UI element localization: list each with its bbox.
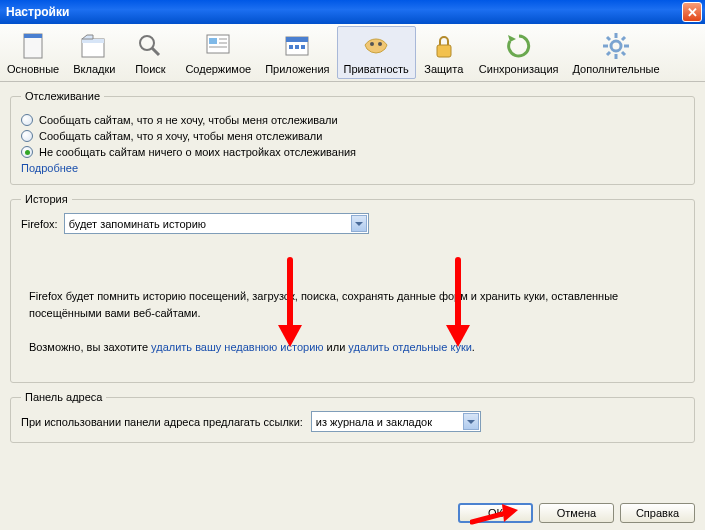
history-links-line: Возможно, вы захотите удалить вашу недав… <box>29 339 676 356</box>
ok-button[interactable]: ОК <box>458 503 533 523</box>
history-group: История Firefox: будет запоминать истори… <box>10 193 695 383</box>
clear-recent-history-link[interactable]: удалить вашу недавнюю историю <box>151 341 323 353</box>
settings-toolbar: Основные Вкладки Поиск Содержимое Прилож… <box>0 24 705 82</box>
chevron-down-icon <box>351 215 367 232</box>
svg-rect-12 <box>286 37 308 42</box>
tracking-opt-allow-track[interactable]: Сообщать сайтам, что я хочу, чтобы меня … <box>21 130 684 142</box>
tab-privacy[interactable]: Приватность <box>337 26 416 79</box>
privacy-icon <box>360 30 392 61</box>
tab-sync[interactable]: Синхронизация <box>472 26 566 79</box>
tab-search[interactable]: Поиск <box>122 26 178 79</box>
addressbar-suggest-select[interactable]: из журнала и закладок <box>311 411 481 432</box>
content-icon <box>202 30 234 61</box>
svg-line-26 <box>607 52 610 55</box>
help-button[interactable]: Справка <box>620 503 695 523</box>
svg-rect-1 <box>24 34 42 38</box>
history-mode-select[interactable]: будет запоминать историю <box>64 213 369 234</box>
history-description: Firefox будет помнить историю посещений,… <box>29 288 676 321</box>
tracking-opt-no-pref[interactable]: Не сообщать сайтам ничего о моих настрой… <box>21 146 684 158</box>
svg-point-19 <box>611 41 621 51</box>
tracking-more-link[interactable]: Подробнее <box>21 162 78 174</box>
gear-icon <box>600 30 632 61</box>
content-area: Отслеживание Сообщать сайтам, что я не х… <box>0 82 705 494</box>
svg-rect-15 <box>301 45 305 49</box>
addressbar-legend: Панель адреса <box>21 391 106 403</box>
search-icon <box>134 30 166 61</box>
addressbar-group: Панель адреса При использовании панели а… <box>10 391 695 443</box>
svg-rect-18 <box>437 45 451 57</box>
svg-rect-7 <box>209 38 217 44</box>
cancel-button[interactable]: Отмена <box>539 503 614 523</box>
svg-rect-14 <box>295 45 299 49</box>
svg-line-24 <box>607 37 610 40</box>
addressbar-label: При использовании панели адреса предлага… <box>21 416 303 428</box>
radio-icon <box>21 146 33 158</box>
clear-cookies-link[interactable]: удалить отдельные куки <box>348 341 471 353</box>
tracking-opt-do-not-track[interactable]: Сообщать сайтам, что я не хочу, чтобы ме… <box>21 114 684 126</box>
general-icon <box>17 30 49 61</box>
tab-tabs[interactable]: Вкладки <box>66 26 122 79</box>
tab-advanced[interactable]: Дополнительные <box>565 26 666 79</box>
history-mode-label: Firefox: <box>21 218 58 230</box>
radio-icon <box>21 114 33 126</box>
security-icon <box>428 30 460 61</box>
svg-line-25 <box>622 52 625 55</box>
tab-content[interactable]: Содержимое <box>178 26 258 79</box>
svg-rect-8 <box>219 38 227 40</box>
applications-icon <box>281 30 313 61</box>
window-title: Настройки <box>6 5 682 19</box>
tabs-icon <box>78 30 110 61</box>
svg-rect-10 <box>209 46 227 48</box>
tab-general[interactable]: Основные <box>0 26 66 79</box>
svg-line-5 <box>152 48 159 55</box>
tracking-legend: Отслеживание <box>21 90 104 102</box>
svg-line-27 <box>622 37 625 40</box>
svg-point-16 <box>370 42 374 46</box>
chevron-down-icon <box>463 413 479 430</box>
titlebar: Настройки ✕ <box>0 0 705 24</box>
history-legend: История <box>21 193 72 205</box>
close-button[interactable]: ✕ <box>682 2 702 22</box>
radio-icon <box>21 130 33 142</box>
svg-rect-3 <box>82 39 104 43</box>
svg-point-17 <box>378 42 382 46</box>
tab-security[interactable]: Защита <box>416 26 472 79</box>
tab-applications[interactable]: Приложения <box>258 26 336 79</box>
svg-point-4 <box>140 36 154 50</box>
svg-rect-13 <box>289 45 293 49</box>
tracking-group: Отслеживание Сообщать сайтам, что я не х… <box>10 90 695 185</box>
dialog-footer: ОК Отмена Справка <box>0 494 705 530</box>
sync-icon <box>503 30 535 61</box>
svg-rect-9 <box>219 42 227 44</box>
